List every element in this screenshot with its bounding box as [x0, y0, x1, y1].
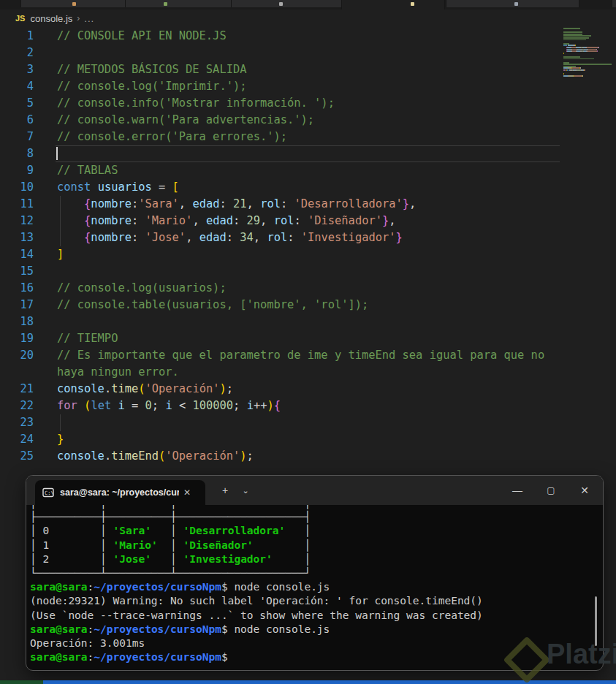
code-token: // TABLAS: [57, 164, 118, 177]
code-line[interactable]: 4// console.log('Imprimir.');: [0, 78, 561, 95]
breadcrumb: JS console.js › ...: [0, 10, 616, 27]
terminal-tab[interactable]: C:\ sara@sara: ~/proyectos/curso ✕: [35, 480, 205, 505]
line-number: 15: [0, 263, 34, 280]
code-token: nombre: [91, 231, 132, 244]
tab-dropdown-button[interactable]: ⌄: [235, 476, 256, 505]
code-token: }: [57, 433, 64, 446]
status-bar[interactable]: [0, 680, 616, 684]
code-text: console.time('Operación');: [57, 381, 233, 398]
code-line[interactable]: 2: [0, 45, 561, 61]
code-line[interactable]: 12 {nombre: 'Mario', edad: 29, rol: 'Dis…: [0, 213, 561, 229]
line-number: 19: [0, 330, 34, 347]
editor-tab-active-fragment[interactable]: [341, 0, 445, 10]
code-line[interactable]: haya ningun error.: [0, 364, 561, 381]
terminal-text: ~/proyectos/cursoNpm: [94, 651, 221, 663]
code-token: rol: [260, 197, 281, 210]
code-text: // METODOS BÁSICOS DE SALIDA: [57, 61, 246, 78]
code-line[interactable]: 23: [0, 414, 561, 431]
line-number: 8: [0, 145, 34, 162]
code-token: }: [403, 197, 409, 210]
code-line[interactable]: 7// console.error('Para errores.');: [0, 129, 561, 145]
code-token: ;: [233, 399, 247, 412]
line-number: 5: [0, 95, 34, 112]
editor-tab-fragment[interactable]: [125, 0, 232, 7]
line-number: 18: [0, 314, 34, 330]
code-line[interactable]: 13 {nombre: 'Jose', edad: 34, rol: 'Inve…: [0, 229, 561, 246]
code-line[interactable]: 5// console.info('Mostrar información. '…: [0, 95, 561, 112]
code-token: i: [165, 399, 172, 412]
terminal-text: │: [170, 525, 177, 536]
code-line[interactable]: 19// TIEMPO: [0, 330, 561, 347]
code-token: :: [233, 214, 247, 227]
code-line[interactable]: 11 {nombre:'Sara', edad: 21, rol: 'Desar…: [0, 196, 561, 213]
code-line[interactable]: 3// METODOS BÁSICOS DE SALIDA: [0, 61, 561, 78]
code-token: :: [132, 231, 145, 244]
code-token: // CONSOLE API EN NODE.JS: [57, 29, 227, 42]
code-line[interactable]: 14]: [0, 246, 561, 263]
terminal-scrollbar-thumb[interactable]: [595, 596, 597, 646]
code-token: :: [132, 197, 138, 210]
code-token: =: [125, 399, 145, 412]
indent-guide: [60, 196, 61, 246]
editor-tab-fragment[interactable]: [231, 0, 342, 7]
code-token: const: [57, 180, 91, 194]
minimize-button[interactable]: —: [501, 476, 533, 505]
file-icon: [72, 2, 76, 6]
maximize-button[interactable]: ▢: [535, 476, 567, 505]
code-line[interactable]: 10const usuarios = [: [0, 179, 561, 196]
terminal-text: $ node console.js: [221, 581, 330, 593]
code-line[interactable]: 20// Es importante que el parametro de i…: [0, 347, 561, 364]
breadcrumb-file[interactable]: console.js: [30, 13, 72, 24]
code-line[interactable]: 24}: [0, 431, 561, 448]
code-line[interactable]: 22for (let i = 0; i < 100000; i++){: [0, 398, 561, 414]
editor-tab-fragment[interactable]: [612, 0, 616, 7]
terminal-text: sara@sara: [30, 623, 88, 635]
file-icon: [411, 2, 414, 6]
code-token: {: [84, 214, 91, 227]
line-number: 1: [0, 28, 34, 45]
code-token: ): [267, 399, 273, 412]
line-number: 22: [0, 398, 34, 414]
code-line[interactable]: 16// console.log(usuarios);: [0, 280, 561, 297]
new-tab-button[interactable]: +: [213, 476, 237, 505]
code-token: 'Mario': [145, 214, 193, 227]
code-token: :: [287, 231, 301, 244]
terminal-text: 'Jose': [107, 553, 170, 565]
code-line[interactable]: 17// console.table(usuarios, ['nombre', …: [0, 297, 561, 314]
code-token: ,: [389, 214, 395, 227]
code-token: ): [240, 449, 246, 463]
file-icon: [164, 2, 167, 6]
code-token: // console.log('Imprimir.');: [57, 80, 246, 93]
code-line[interactable]: 8: [0, 145, 561, 162]
code-line[interactable]: 6// console.warn('Para advertencias.');: [0, 112, 561, 129]
code-text: {nombre: 'Jose', edad: 34, rol: 'Investi…: [57, 229, 403, 246]
minimap[interactable]: [563, 28, 616, 77]
code-line[interactable]: 25console.timeEnd('Operación');: [0, 448, 561, 465]
code-line[interactable]: 15: [0, 263, 561, 280]
code-line[interactable]: 1// CONSOLE API EN NODE.JS: [0, 28, 561, 45]
code-token: 'Operación': [145, 382, 220, 395]
terminal-text: :: [88, 651, 94, 663]
code-line[interactable]: 21console.time('Operación');: [0, 381, 561, 398]
code-line[interactable]: 18: [0, 314, 561, 330]
editor-tab-fragment[interactable]: [446, 0, 579, 7]
code-token: [77, 399, 84, 412]
code-text: {nombre: 'Mario', edad: 29, rol: 'Diseña…: [57, 213, 396, 229]
code-token: ++: [254, 399, 267, 412]
terminal-body[interactable]: │ │ │ │ ├──────────┼──────────┼─────────…: [26, 505, 603, 670]
code-token: edad: [206, 214, 233, 227]
terminal-titlebar[interactable]: C:\ sara@sara: ~/proyectos/curso ✕ + ⌄ —…: [26, 476, 603, 505]
code-token: for: [57, 399, 77, 412]
code-token: ;: [247, 449, 254, 463]
code-token: rol: [267, 231, 287, 244]
code-token: usuarios: [98, 180, 152, 194]
svg-text:C:\: C:\: [45, 490, 54, 496]
remote-indicator[interactable]: [0, 680, 43, 684]
terminal-text: $ node console.js: [221, 623, 330, 635]
editor-tab-fragment[interactable]: [20, 0, 126, 7]
code-line[interactable]: 9// TABLAS: [0, 162, 561, 179]
close-button[interactable]: ✕: [569, 476, 601, 505]
breadcrumb-symbol[interactable]: ...: [84, 13, 94, 24]
code-editor[interactable]: 1// CONSOLE API EN NODE.JS23// METODOS B…: [0, 28, 561, 465]
terminal-tab-close-icon[interactable]: ✕: [183, 487, 191, 498]
